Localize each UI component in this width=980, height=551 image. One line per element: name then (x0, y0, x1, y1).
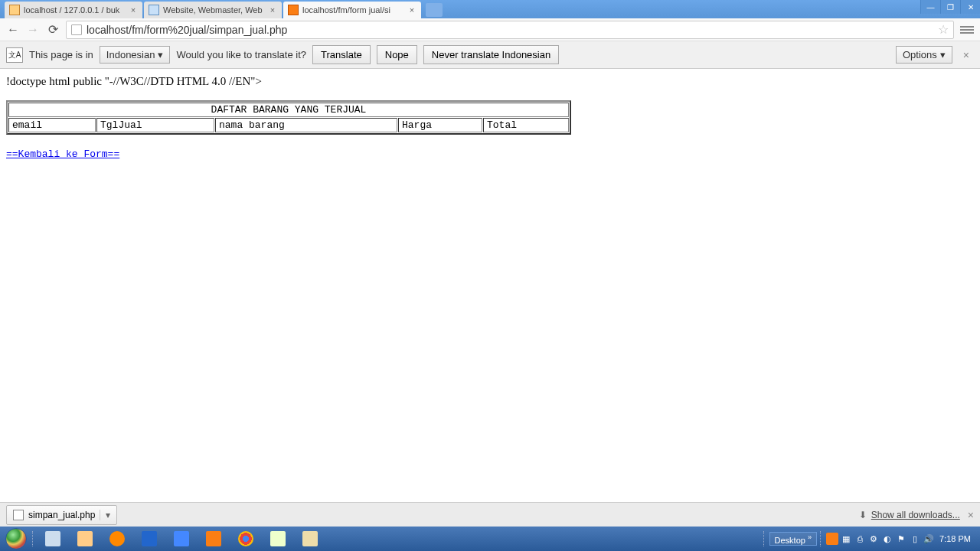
download-item[interactable]: simpan_jual.php ▾ (6, 505, 117, 525)
page-content: !doctype html public "-//W3C//DTD HTML 4… (0, 69, 980, 166)
doctype-text: !doctype html public "-//W3C//DTD HTML 4… (6, 75, 974, 88)
translate-bar: 文A This page is in Indonesian ▾ Would yo… (0, 41, 980, 69)
browser-tab-3[interactable]: localhost/fm/form jual/si × (283, 2, 421, 18)
system-tray: Desktop » ▦ ⎙ ⚙ ◐ ⚑ ▯ 🔊 7:18 PM (762, 531, 978, 546)
downloads-bar: simpan_jual.php ▾ ⬇ Show all downloads..… (0, 502, 980, 527)
file-icon (13, 510, 24, 520)
browser-toolbar: ← → ⟳ localhost/fm/form%20jual/simpan_ju… (0, 18, 980, 41)
tray-icon[interactable]: ⎙ (854, 533, 866, 545)
taskbar-app-1[interactable] (38, 528, 68, 549)
chevron-down-icon: ▾ (940, 49, 946, 60)
windows-orb-icon (5, 528, 27, 549)
col-nama-barang: nama barang (215, 118, 397, 132)
sales-table: DAFTAR BARANG YANG TERJUAL email TglJual… (6, 100, 571, 135)
tray-volume-icon[interactable]: 🔊 (923, 533, 935, 545)
taskbar-app-5[interactable] (166, 528, 197, 549)
download-arrow-icon: ⬇ (859, 510, 867, 520)
table-row: email TglJual nama barang Harga Total (8, 118, 569, 132)
reload-button[interactable]: ⟳ (46, 23, 60, 37)
options-button[interactable]: Options ▾ (896, 46, 952, 64)
taskbar-divider (820, 531, 823, 546)
close-translate-bar[interactable]: × (959, 49, 974, 61)
table-caption: DAFTAR BARANG YANG TERJUAL (8, 103, 569, 117)
language-selector[interactable]: Indonesian ▾ (100, 46, 171, 64)
site-favicon (149, 5, 159, 15)
xampp-favicon (288, 5, 299, 15)
tab-title: localhost/fm/form jual/si (302, 5, 404, 15)
taskbar-app-4[interactable] (134, 528, 165, 549)
taskbar-divider (763, 531, 766, 546)
minimize-button[interactable]: — (920, 0, 940, 14)
taskbar-media[interactable] (102, 528, 132, 549)
translate-question: Would you like to translate it? (176, 49, 306, 60)
tab-title: Website, Webmaster, Web (163, 5, 265, 15)
tray-icon[interactable]: ⚙ (867, 533, 880, 545)
translate-button[interactable]: Translate (312, 45, 371, 64)
url-text: localhost/fm/form%20jual/simpan_jual.php (87, 24, 933, 36)
address-bar[interactable]: localhost/fm/form%20jual/simpan_jual.php… (66, 21, 954, 39)
bookmark-star-icon[interactable]: ☆ (938, 22, 949, 37)
show-all-downloads-link[interactable]: Show all downloads... (871, 510, 960, 520)
close-icon[interactable]: × (407, 5, 416, 15)
taskbar-chrome[interactable] (230, 528, 261, 549)
taskbar-xampp[interactable] (198, 528, 229, 549)
tab-title: localhost / 127.0.0.1 / buk (24, 5, 126, 15)
close-downloads-bar[interactable]: × (968, 509, 974, 521)
taskbar-app-8[interactable] (263, 528, 293, 549)
translate-prefix: This page is in (29, 49, 93, 60)
page-icon (71, 24, 82, 35)
taskbar-explorer[interactable] (70, 528, 100, 549)
browser-tab-1[interactable]: localhost / 127.0.0.1 / buk × (5, 2, 142, 18)
maximize-button[interactable]: ❐ (940, 0, 960, 14)
never-translate-button[interactable]: Never translate Indonesian (423, 45, 559, 64)
windows-taskbar: Desktop » ▦ ⎙ ⚙ ◐ ⚑ ▯ 🔊 7:18 PM (0, 527, 980, 551)
tray-icon[interactable]: ◐ (881, 533, 893, 545)
close-window-button[interactable]: ✕ (960, 0, 980, 14)
translate-icon: 文A (6, 47, 23, 63)
col-harga: Harga (398, 118, 482, 132)
col-total: Total (483, 118, 569, 132)
col-tgljual: TglJual (96, 118, 214, 132)
tray-flag-icon[interactable]: ⚑ (895, 533, 907, 545)
back-to-form-link[interactable]: ==Kembali ke Form== (6, 148, 119, 160)
tray-network-icon[interactable]: ▯ (909, 533, 921, 545)
tray-icon[interactable]: ▦ (840, 533, 852, 545)
show-desktop-label[interactable]: Desktop » (769, 532, 818, 546)
chevron-down-icon[interactable]: ▾ (100, 510, 110, 520)
window-controls: — ❐ ✕ (920, 0, 980, 14)
phpmyadmin-favicon (9, 5, 20, 15)
download-filename: simpan_jual.php (28, 510, 95, 520)
close-icon[interactable]: × (268, 5, 277, 15)
taskbar-clock[interactable]: 7:18 PM (936, 534, 974, 543)
taskbar-app-9[interactable] (295, 528, 325, 549)
new-tab-button[interactable] (426, 3, 443, 17)
chrome-menu-button[interactable] (960, 23, 974, 37)
tray-xampp-icon[interactable] (826, 533, 838, 545)
chrome-tab-strip: localhost / 127.0.0.1 / buk × Website, W… (0, 0, 980, 18)
col-email: email (8, 118, 96, 132)
nope-button[interactable]: Nope (377, 45, 417, 64)
chevron-down-icon: ▾ (158, 49, 163, 60)
back-button[interactable]: ← (6, 23, 20, 37)
browser-tab-2[interactable]: Website, Webmaster, Web × (144, 2, 282, 18)
start-button[interactable] (2, 527, 31, 551)
taskbar-divider (32, 531, 35, 546)
forward-button[interactable]: → (26, 23, 40, 37)
close-icon[interactable]: × (129, 5, 138, 15)
